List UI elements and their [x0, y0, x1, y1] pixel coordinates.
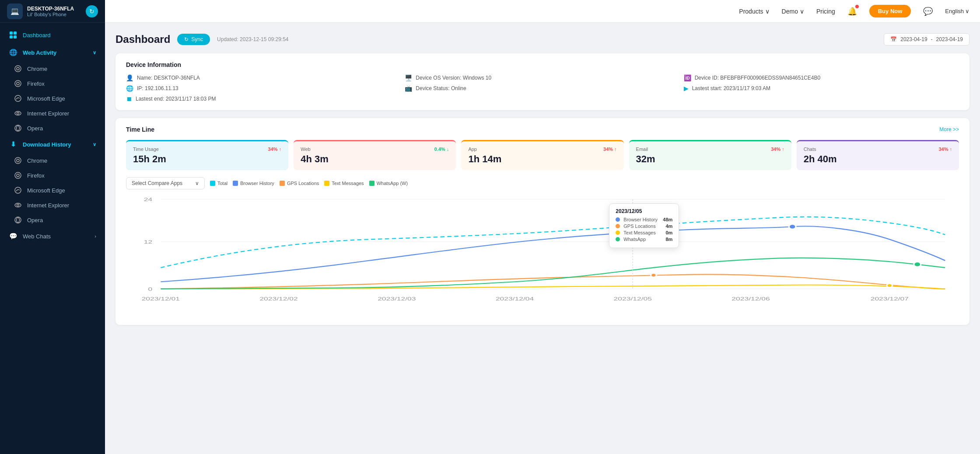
device-info-ip: 🌐 IP: 192.106.11.13 — [126, 85, 401, 92]
buy-now-button[interactable]: Buy Now — [869, 5, 911, 17]
svg-point-17 — [15, 187, 21, 193]
legend-gps: GPS Locations — [280, 181, 319, 186]
sidebar-item-download-history[interactable]: ⬇ Download History ∨ — [0, 136, 105, 153]
timeline-header: Time Line More >> — [126, 126, 959, 133]
sidebar-device-sub: Lil' Bobby's Phone — [27, 12, 81, 17]
ip-icon: 🌐 — [126, 85, 133, 92]
stat-card-web: Web 0.4% ↓ 4h 3m — [294, 140, 456, 170]
svg-point-15 — [15, 172, 21, 178]
sidebar-item-label-ie-dl: Internet Explorer — [27, 202, 69, 209]
tooltip-row-whatsapp: WhatsApp 8m — [616, 237, 672, 242]
sidebar-header: 💻 DESKTOP-36NFLA Lil' Bobby's Phone ↻ — [0, 0, 105, 23]
more-link[interactable]: More >> — [939, 126, 959, 133]
sync-icon: ↻ — [184, 36, 189, 42]
chart-area: 24 12 0 2023/12/01 — [126, 195, 959, 317]
sidebar-item-label-chrome-dl: Chrome — [27, 157, 47, 164]
compare-apps-select[interactable]: Select Compare Apps ∨ — [126, 177, 205, 189]
svg-point-8 — [15, 95, 21, 101]
svg-rect-1 — [14, 31, 17, 35]
sidebar-item-label-firefox-dl: Firefox — [27, 172, 45, 179]
sidebar-item-web-chats[interactable]: 💬 Web Chats › — [0, 227, 105, 245]
pricing-nav[interactable]: Pricing — [816, 8, 835, 15]
timeline-card: Time Line More >> Time Usage 34% ↑ 15h 2… — [116, 118, 970, 325]
legend-dot-text — [324, 181, 329, 186]
chart-tooltip: 2023/12/05 Browser History 48m GPS Locat… — [609, 203, 679, 248]
dashboard-header: Dashboard ↻ Sync Updated: 2023-12-15 09:… — [116, 33, 970, 45]
svg-point-29 — [651, 273, 657, 277]
sidebar-item-label-ie-web: Internet Explorer — [27, 110, 69, 117]
device-info-title: Device Information — [126, 61, 959, 68]
sidebar-item-label-edge-web: Microsoft Edge — [27, 95, 65, 102]
sidebar-item-label-web-chats: Web Chats — [23, 233, 51, 240]
date-range-picker[interactable]: 📅 2023-04-19 - 2023-04-19 — [884, 33, 970, 45]
chat-icon[interactable]: 💬 — [923, 7, 933, 16]
chrome-web-icon — [14, 65, 22, 73]
sidebar-item-chrome-dl[interactable]: Chrome — [0, 153, 105, 168]
svg-point-7 — [17, 82, 19, 85]
svg-text:2023/12/06: 2023/12/06 — [732, 296, 770, 302]
top-nav: Products ∨ Demo ∨ Pricing 🔔 Buy Now 💬 En… — [0, 0, 980, 23]
chats-pct: 34% ↑ — [938, 147, 952, 152]
svg-point-30 — [887, 284, 892, 288]
sidebar-item-firefox-dl[interactable]: Firefox — [0, 168, 105, 183]
web-pct: 0.4% ↓ — [434, 147, 449, 152]
sidebar-sync-button[interactable]: ↻ — [86, 5, 98, 17]
stop-icon: ⏹ — [126, 95, 132, 102]
legend-whatsapp: WhatsApp (W) — [369, 181, 408, 186]
sidebar-item-firefox-web[interactable]: Firefox — [0, 76, 105, 91]
svg-text:24: 24 — [144, 197, 152, 203]
svg-rect-3 — [14, 35, 17, 38]
notification-bell[interactable]: 🔔 — [847, 7, 857, 16]
sidebar-item-ie-web[interactable]: Internet Explorer — [0, 106, 105, 121]
device-info-grid: 👤 Name: DESKTOP-36NFLA 🖥️ Device OS Vers… — [126, 74, 959, 102]
sidebar-item-chrome-web[interactable]: Chrome — [0, 61, 105, 76]
app-pct: 34% ↑ — [603, 147, 617, 152]
person-icon: 👤 — [126, 74, 133, 81]
sidebar-item-edge-dl[interactable]: Microsoft Edge — [0, 183, 105, 198]
sidebar-item-dashboard[interactable]: Dashboard — [0, 26, 105, 44]
sidebar-item-opera-web[interactable]: Opera — [0, 121, 105, 136]
demo-nav[interactable]: Demo ∨ — [782, 8, 804, 15]
sidebar-item-opera-dl[interactable]: Opera — [0, 213, 105, 227]
sidebar-item-edge-web[interactable]: Microsoft Edge — [0, 91, 105, 106]
sidebar-item-label-edge-dl: Microsoft Edge — [27, 187, 65, 194]
svg-text:2023/12/03: 2023/12/03 — [378, 296, 416, 302]
web-chats-icon: 💬 — [9, 232, 18, 241]
device-information-card: Device Information 👤 Name: DESKTOP-36NFL… — [116, 53, 970, 110]
svg-text:2023/12/04: 2023/12/04 — [496, 296, 534, 302]
sidebar-item-ie-dl[interactable]: Internet Explorer — [0, 198, 105, 213]
legend-total: Total — [210, 181, 228, 186]
sidebar-item-label-chrome-web: Chrome — [27, 66, 47, 72]
edge-web-icon — [14, 94, 22, 102]
ie-web-icon — [14, 109, 22, 117]
tooltip-dot-browser — [616, 217, 620, 222]
sidebar-device-name: DESKTOP-36NFLA — [27, 6, 81, 12]
edge-dl-icon — [14, 186, 22, 194]
stat-card-app: App 34% ↑ 1h 14m — [461, 140, 623, 170]
tooltip-dot-gps — [616, 224, 620, 228]
web-activity-arrow: ∨ — [93, 50, 96, 56]
firefox-web-icon — [14, 80, 22, 87]
sidebar-item-label-web-activity: Web Activity — [23, 49, 56, 56]
opera-dl-icon — [14, 216, 22, 224]
sidebar-item-web-activity[interactable]: 🌐 Web Activity ∨ — [0, 44, 105, 61]
svg-point-5 — [17, 67, 19, 70]
sidebar-item-label-opera-dl: Opera — [27, 217, 43, 224]
svg-point-12 — [17, 126, 20, 131]
page-title: Dashboard — [116, 33, 170, 45]
dashboard-icon — [9, 31, 18, 39]
legend-dot-gps — [280, 181, 285, 186]
products-nav[interactable]: Products ∨ — [739, 8, 769, 15]
svg-text:2023/12/07: 2023/12/07 — [871, 296, 909, 302]
device-info-latest-start: ▶ Lastest start: 2023/11/17 9:03 AM — [684, 85, 959, 92]
time-usage-value: 15h 2m — [133, 154, 281, 165]
svg-text:2023/12/05: 2023/12/05 — [614, 296, 652, 302]
timeline-chart: 24 12 0 2023/12/01 — [126, 195, 959, 317]
legend-browser-history: Browser History — [233, 181, 274, 186]
language-selector[interactable]: English ∨ — [945, 8, 970, 14]
tooltip-row-browser: Browser History 48m — [616, 217, 672, 222]
sync-button[interactable]: ↻ Sync — [177, 34, 210, 45]
svg-text:0: 0 — [148, 286, 153, 292]
svg-rect-0 — [10, 31, 13, 35]
opera-web-icon — [14, 124, 22, 132]
